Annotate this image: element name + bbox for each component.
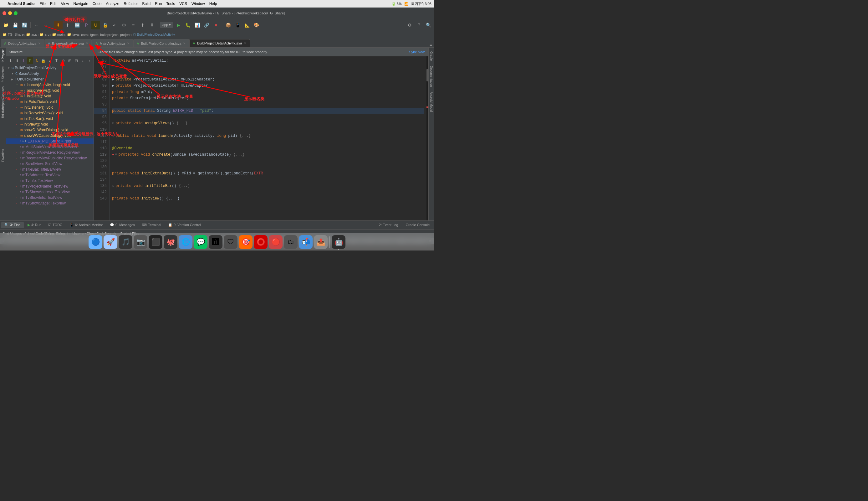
bc-project[interactable]: project (120, 33, 131, 36)
show-anonymous-btn[interactable]: λ (34, 57, 40, 64)
btn5[interactable]: U (91, 21, 100, 30)
fold-96[interactable]: ⊕ (112, 120, 114, 127)
find-tab[interactable]: 🔍 3: Find (1, 222, 24, 228)
tree-item-base-activity[interactable]: ▼ C BaseActivity (6, 71, 94, 76)
tree-method-initrecycler[interactable]: - m initRecyclerView(): void (6, 110, 94, 116)
menu-vcs[interactable]: VCS (179, 2, 187, 6)
btn8[interactable]: ⚙ (120, 21, 128, 30)
menu-edit[interactable]: Edit (50, 2, 57, 6)
todo-tab[interactable]: ☑ TODO (45, 222, 66, 228)
help-btn[interactable]: ? (415, 21, 424, 30)
btn7[interactable]: ✓ (110, 21, 119, 30)
fold-89[interactable]: ▶ (112, 76, 114, 83)
dock-vpn[interactable]: 🛡 (224, 235, 238, 249)
tree-method-initview[interactable]: - m initView(): void (6, 121, 94, 127)
dock-airdrop[interactable]: 📤 (314, 235, 328, 249)
attach-debugger-btn[interactable]: 🔗 (202, 21, 211, 30)
dock-productivity[interactable]: 🎯 (239, 235, 253, 249)
sync-now-btn[interactable]: Sync Now (409, 50, 425, 54)
btn3[interactable]: 🔤 (73, 21, 81, 30)
documentation-tab[interactable]: Documentation (429, 63, 434, 89)
search-everywhere-btn[interactable]: 🔍 (424, 21, 433, 30)
scroll-target-btn[interactable]: ⊙ (60, 57, 66, 64)
gradle-console-tab[interactable]: Gradle Console (403, 222, 433, 228)
tree-item-onclick[interactable]: ▶ I OnClickListener (6, 76, 94, 82)
group-by-toggle[interactable]: ≡ (47, 57, 53, 64)
fold-112[interactable]: ⊕ (112, 133, 114, 139)
fold-119[interactable]: ⊕ (115, 151, 117, 158)
dock-files[interactable]: 🗂 (284, 235, 298, 249)
tree-field-tvaddress[interactable]: - f mTvAddress: TextView (6, 172, 94, 178)
tree-method-launch[interactable]: + m s launch(Activity, long): void (6, 82, 94, 88)
sort-alpha-btn[interactable]: ⬇ (8, 57, 13, 64)
btn2[interactable]: ⬆ (63, 21, 72, 30)
expand-btn[interactable]: ⊞ (67, 57, 73, 64)
open-folder-btn[interactable]: 📁 (1, 21, 10, 30)
tab-base-application[interactable]: A BaseApplication.java ✕ (44, 39, 92, 47)
avd-manager-btn[interactable]: 📱 (233, 21, 242, 30)
tree-method-inittitlebar[interactable]: - m initTitleBar(): void (6, 116, 94, 121)
run-config-selector[interactable]: app ▾ (160, 22, 173, 28)
maximize-button[interactable] (14, 11, 18, 15)
tab-build-ctrl-close[interactable]: ✕ (183, 42, 186, 45)
minimize-button[interactable] (8, 11, 12, 15)
tree-field-extrapid[interactable]: + f s f EXTRA_PID: String = "pid" (6, 138, 94, 144)
tree-field-titlebar[interactable]: - f mTitleBar: TitleBarView (6, 167, 94, 172)
dock-launchpad[interactable]: 🚀 (103, 235, 117, 249)
tab-build-detail[interactable]: A BuildProjectDetailActivity.java ✕ (189, 39, 250, 47)
run-btn[interactable]: ▶ (174, 21, 183, 30)
tree-field-tvprojname[interactable]: - f mTvProjectName: TextView (6, 183, 94, 189)
bc-tgnet[interactable]: tgnet (90, 33, 98, 36)
menu-file[interactable]: File (40, 2, 46, 6)
android-monitor-tab[interactable]: 📱 6: Android Monitor (66, 222, 106, 228)
lock-btn[interactable]: 🔒 (40, 57, 46, 64)
debug-btn[interactable]: 🐛 (183, 21, 192, 30)
btn4[interactable]: P (82, 21, 91, 30)
tree-field-tvinfo[interactable]: - f mTvInfo: TextView (6, 178, 94, 183)
fold-135[interactable]: ⊕ (112, 183, 114, 189)
show-inherited-btn[interactable]: P (27, 57, 33, 64)
theme-editor-btn[interactable]: 🎨 (252, 21, 261, 30)
tab-main-close[interactable]: ✕ (127, 42, 130, 45)
dock-android-studio[interactable]: 🤖 (332, 235, 345, 249)
dock-music[interactable]: 🎵 (119, 235, 132, 249)
save-btn[interactable]: 💾 (11, 21, 19, 30)
bc-buildproject[interactable]: buildproject (100, 33, 118, 36)
project-tab[interactable]: 1: Project (1, 47, 5, 64)
menu-view[interactable]: View (61, 2, 69, 6)
next-item-btn[interactable]: ↓ (80, 57, 86, 64)
show-attrs-btn[interactable]: ⬇ (54, 21, 63, 30)
prev-item-btn[interactable]: ↑ (86, 57, 92, 64)
bc-app[interactable]: 📁 app (26, 33, 37, 36)
btn10[interactable]: ⬆ (138, 21, 147, 30)
tree-method-initextra[interactable]: - m initExtraData(): void (6, 99, 94, 105)
tree-item-build-detail[interactable]: ▼ C BuildProjectDetailActivity (6, 65, 94, 71)
tab-build-detail-close[interactable]: ✕ (244, 41, 246, 45)
collapse-btn[interactable]: ⊟ (73, 57, 79, 64)
code-editor[interactable]: TextView mTvVerifyDetail; ▶ private Proj… (110, 56, 427, 221)
tree-method-showwarn[interactable]: - m showD_WarnDialog(): void (6, 127, 94, 133)
menu-navigate[interactable]: Navigate (73, 2, 88, 6)
bc-tgshare[interactable]: 📁 TG_Share (2, 33, 24, 36)
bc-com[interactable]: com (81, 33, 88, 36)
stop-btn[interactable]: ■ (211, 21, 220, 30)
dock-terminal[interactable]: ⬛ (149, 235, 162, 249)
tree-field-tvshowstage[interactable]: - f mTvShowStage: TextView (6, 200, 94, 206)
tab-debug-close[interactable]: ✕ (38, 42, 41, 45)
favorites-tab[interactable]: Favorites (1, 148, 5, 163)
bc-src[interactable]: 📁 src (40, 33, 50, 36)
dock-app1[interactable]: 🔴 (269, 235, 283, 249)
sdk-manager-btn[interactable]: 📦 (224, 21, 232, 30)
btn9[interactable]: ≡ (129, 21, 138, 30)
run-with-coverage-btn[interactable]: 📊 (193, 21, 201, 30)
menu-build[interactable]: Build (142, 2, 151, 6)
tree-method-initlistener[interactable]: - m initListener(): void (6, 105, 94, 110)
terminal-tab[interactable]: ⌨ Terminal (139, 222, 164, 228)
layout-btn[interactable]: 📐 (242, 21, 251, 30)
dock-github[interactable]: 🐙 (164, 235, 177, 249)
editor-tabs-more[interactable]: ≡ (430, 42, 432, 47)
version-control-tab[interactable]: 📋 9: Version Control (165, 222, 204, 228)
btn11[interactable]: ⬇ (148, 21, 156, 30)
tree-field-recycler-pub[interactable]: - f mRecyclerViewPublicity: RecyclerView (6, 155, 94, 161)
tree-field-multistate[interactable]: - f mMultiStateView: MultiStateView (6, 144, 94, 150)
